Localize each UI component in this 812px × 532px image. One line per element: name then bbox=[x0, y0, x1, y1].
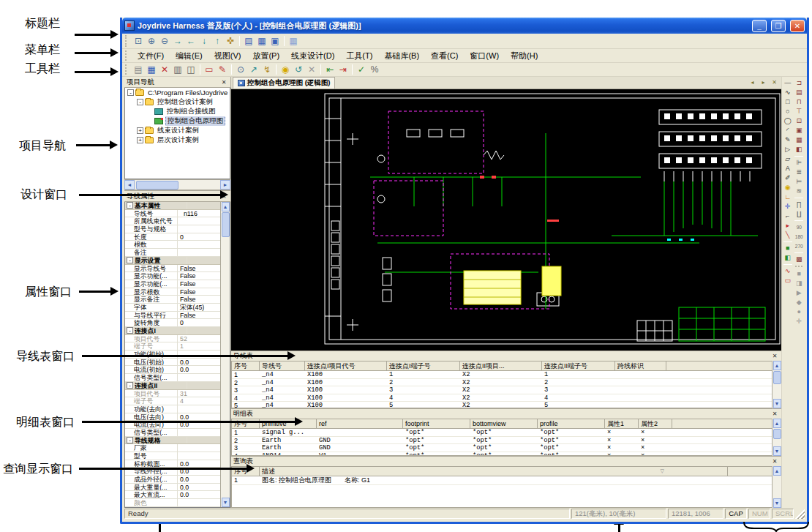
collapse-icon[interactable]: - bbox=[127, 382, 133, 389]
scroll-down-icon[interactable]: ▼ bbox=[222, 498, 230, 507]
view-cascade-icon[interactable]: ▤ bbox=[242, 35, 255, 48]
property-row[interactable]: 厂家 bbox=[125, 444, 220, 452]
slash-icon[interactable]: ╲ bbox=[783, 231, 793, 240]
scroll-up-icon[interactable]: ▲ bbox=[773, 361, 781, 370]
property-row[interactable]: 信号类型(... bbox=[125, 374, 220, 382]
fill-solid-icon[interactable]: ■ bbox=[794, 269, 804, 279]
cross-node-icon[interactable]: ✛ bbox=[783, 202, 793, 211]
menu-item[interactable]: 编辑(E) bbox=[170, 49, 208, 63]
property-row[interactable]: 备注 bbox=[125, 249, 220, 257]
rotate-270-icon[interactable]: 270 bbox=[794, 241, 804, 251]
align-bottom-icon[interactable]: ∐ bbox=[794, 209, 804, 219]
property-row[interactable]: 字体宋体(45) bbox=[125, 304, 220, 312]
menu-item[interactable]: 放置(P) bbox=[247, 49, 285, 63]
tree-item[interactable]: +层次设计案例 bbox=[125, 135, 230, 145]
tree-item[interactable]: +线束设计案例 bbox=[125, 126, 230, 135]
delete-icon[interactable]: ✕ bbox=[158, 64, 171, 76]
scroll-down-icon[interactable]: ▼ bbox=[773, 446, 781, 456]
print-icon[interactable]: ▥ bbox=[171, 64, 184, 76]
close-icon[interactable]: ✕ bbox=[219, 78, 228, 86]
scroll-up-icon[interactable]: ▲ bbox=[773, 466, 781, 476]
align-right-icon[interactable]: ⊨ bbox=[794, 177, 804, 187]
distribute-icon[interactable]: ≋ bbox=[794, 187, 804, 196]
align-top-icon[interactable]: ∏ bbox=[794, 200, 804, 209]
close-icon[interactable]: ✕ bbox=[770, 352, 779, 360]
tab-close-icon[interactable]: ✕ bbox=[770, 78, 779, 87]
pen-tool-icon[interactable]: ✎ bbox=[216, 64, 229, 76]
menu-item[interactable]: 工具(T) bbox=[340, 49, 378, 63]
menu-item[interactable]: 文件(F) bbox=[132, 49, 170, 63]
property-row[interactable]: 信号类型(... bbox=[125, 429, 220, 437]
menu-item[interactable]: 基础库(B) bbox=[378, 49, 425, 63]
collapse-icon[interactable]: - bbox=[127, 257, 133, 263]
elbow-wire-icon[interactable]: ∟ bbox=[783, 192, 793, 202]
pen-tool-icon[interactable]: ✎ bbox=[783, 135, 793, 145]
property-group[interactable]: -连接点I bbox=[125, 327, 220, 335]
save-icon[interactable]: ▦ bbox=[145, 64, 158, 76]
toolbar-grip[interactable] bbox=[125, 35, 129, 47]
scroll-left-icon[interactable]: ◄ bbox=[124, 180, 135, 190]
vertical-scrollbar[interactable]: ▲ ▼ bbox=[772, 361, 781, 408]
detail-table[interactable]: 序号primitivereffootprintbottomviewprofile… bbox=[231, 419, 772, 456]
stats-icon[interactable]: % bbox=[368, 64, 381, 76]
goto-icon[interactable]: ↗ bbox=[247, 64, 260, 76]
block-icon[interactable]: ◧ bbox=[794, 145, 804, 154]
tree-item[interactable]: -控制组合设计案例 bbox=[125, 97, 230, 107]
pan-right-icon[interactable]: → bbox=[171, 35, 184, 48]
diamond-marker-icon[interactable]: ◆ bbox=[794, 298, 804, 307]
column-header[interactable]: 连接点I项目代号 bbox=[305, 361, 387, 371]
property-row[interactable]: 与导线平行False bbox=[125, 312, 220, 320]
view-tile-icon[interactable]: ▦ bbox=[255, 35, 268, 48]
property-row[interactable]: 所属线束代号 bbox=[125, 217, 220, 225]
dot-marker-icon[interactable]: ● bbox=[794, 307, 804, 317]
tree-item[interactable]: 控制组合接线图 bbox=[125, 107, 230, 116]
polyline-tool-icon[interactable]: ∿ bbox=[783, 88, 793, 97]
bulb-icon[interactable]: ◉ bbox=[783, 183, 793, 192]
property-row[interactable]: 成品外径(...0.0 bbox=[125, 476, 220, 484]
close-icon[interactable]: ✕ bbox=[770, 457, 779, 465]
scroll-down-icon[interactable]: ▼ bbox=[773, 498, 781, 508]
property-row[interactable]: 端子号4 bbox=[125, 397, 220, 405]
close-icon[interactable]: ✕ bbox=[770, 410, 779, 418]
arc-tool-icon[interactable]: ◜ bbox=[783, 126, 793, 135]
scrollbar-thumb[interactable] bbox=[136, 181, 178, 190]
property-row[interactable]: 根数 bbox=[125, 241, 220, 249]
red-rect-icon[interactable]: ▭ bbox=[783, 276, 793, 285]
column-header[interactable]: 连接点II端子号 bbox=[542, 361, 615, 371]
expander-icon[interactable]: - bbox=[137, 99, 143, 105]
filter-icon[interactable]: ▽ bbox=[661, 468, 664, 474]
probe-icon[interactable]: ↯ bbox=[260, 64, 274, 76]
toolbar-grip[interactable] bbox=[795, 266, 802, 267]
pan-hand-icon[interactable]: ✜ bbox=[224, 35, 237, 48]
scrollbar-thumb[interactable] bbox=[222, 212, 230, 237]
property-row[interactable]: 显示功能(...False bbox=[125, 272, 220, 280]
table-row[interactable]: 3_n4X1003X23 bbox=[232, 386, 772, 394]
collapse-icon[interactable]: - bbox=[127, 437, 133, 443]
brush-tool-icon[interactable]: ✐ bbox=[783, 173, 793, 183]
property-row[interactable]: 项目代号31 bbox=[125, 390, 220, 398]
vertical-scrollbar[interactable]: ▲ ▼ bbox=[772, 419, 781, 456]
wire-table[interactable]: 序号导线号连接点I项目代号连接点I端子号连接点II项目...连接点II端子号跨线… bbox=[231, 361, 772, 408]
title-bar[interactable]: Joydrive Harness 普及版(个人) - [控制组合电原理图 (逻辑… bbox=[122, 18, 807, 34]
expander-icon[interactable]: + bbox=[137, 127, 143, 134]
column-header[interactable]: 连接点I端子号 bbox=[387, 361, 460, 371]
search-icon[interactable]: ⊙ bbox=[234, 64, 247, 76]
table-export-icon[interactable]: ⇥ bbox=[337, 64, 350, 76]
tree-item[interactable]: -C:\Program Files\Joydrive H bbox=[125, 88, 230, 97]
wire-tool-icon[interactable]: ▭ bbox=[203, 64, 216, 76]
fill-pattern-icon[interactable]: ◨ bbox=[794, 279, 804, 288]
pan-left-icon[interactable]: ← bbox=[184, 35, 198, 48]
align-center-icon[interactable]: ≣ bbox=[794, 168, 804, 177]
collapse-icon[interactable]: - bbox=[127, 327, 133, 334]
rotate-90-icon[interactable]: 90 bbox=[794, 222, 804, 232]
undo-icon[interactable]: ↺ bbox=[292, 64, 305, 76]
polygon-tool-icon[interactable]: ▷ bbox=[783, 145, 793, 154]
pan-down-icon[interactable]: ↓ bbox=[198, 35, 211, 48]
new-icon[interactable]: ▤ bbox=[132, 64, 145, 76]
view-full-icon[interactable]: ▣ bbox=[268, 35, 282, 48]
text-tool-icon[interactable]: A bbox=[783, 164, 793, 173]
design-canvas[interactable] bbox=[231, 89, 781, 351]
scroll-right-icon[interactable]: ► bbox=[220, 180, 230, 190]
cancel-icon[interactable]: ✕ bbox=[305, 64, 318, 76]
column-header[interactable]: 连接点II项目... bbox=[460, 361, 542, 371]
